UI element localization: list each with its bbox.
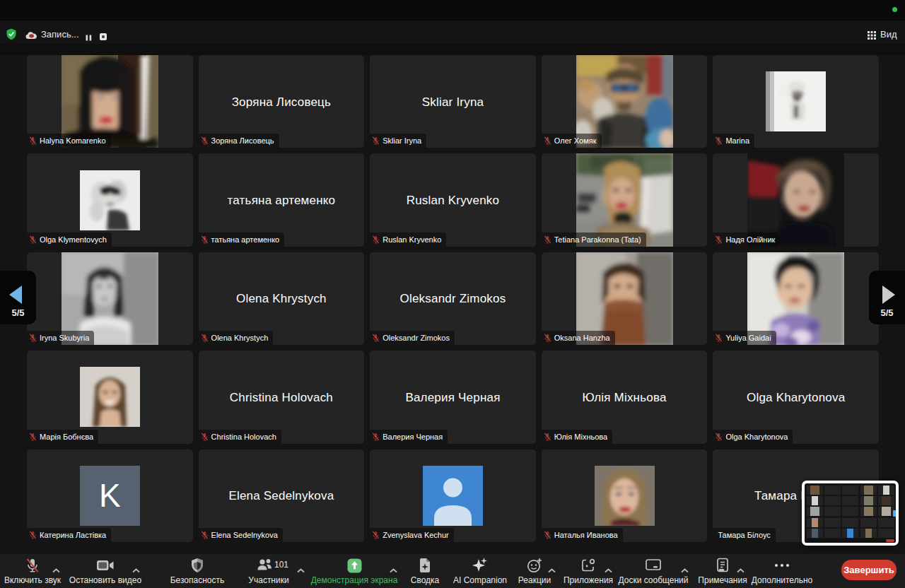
svg-text:101: 101 xyxy=(274,559,288,569)
